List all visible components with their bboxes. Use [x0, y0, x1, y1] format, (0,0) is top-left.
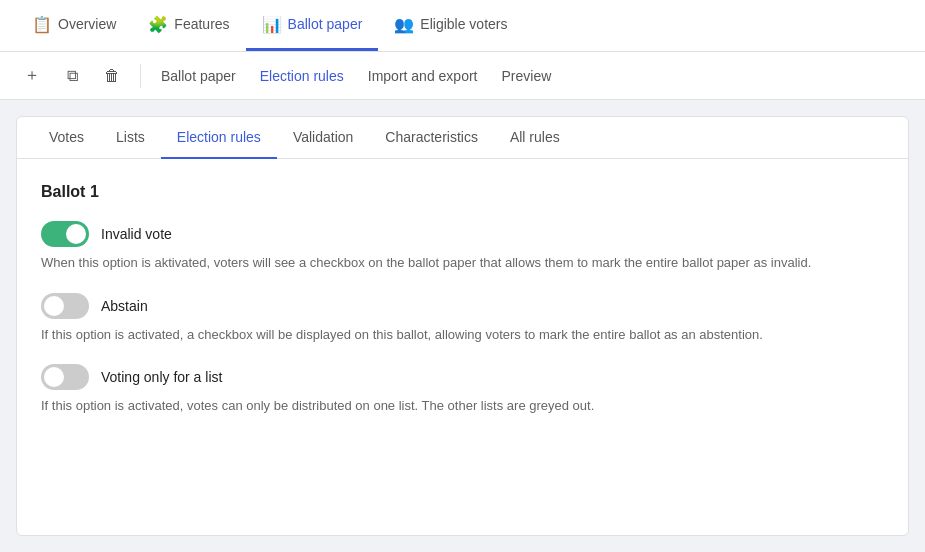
- tab-content: Ballot 1 Invalid vote When this option i…: [17, 159, 908, 529]
- option-voting-list-label: Voting only for a list: [101, 369, 222, 385]
- tab-all-rules[interactable]: All rules: [494, 117, 576, 159]
- nav-ballot-paper[interactable]: 📊 Ballot paper: [246, 0, 379, 51]
- tab-lists[interactable]: Lists: [100, 117, 161, 159]
- toolbar-election-rules[interactable]: Election rules: [252, 62, 352, 90]
- card: Votes Lists Election rules Validation Ch…: [16, 116, 909, 536]
- option-invalid-vote-label: Invalid vote: [101, 226, 172, 242]
- nav-overview[interactable]: 📋 Overview: [16, 0, 132, 51]
- overview-icon: 📋: [32, 15, 52, 34]
- option-voting-list: Voting only for a list If this option is…: [41, 364, 884, 416]
- section-title: Ballot 1: [41, 183, 884, 201]
- toolbar-divider: [140, 64, 141, 88]
- option-voting-list-header: Voting only for a list: [41, 364, 884, 390]
- toolbar-ballot-paper[interactable]: Ballot paper: [153, 62, 244, 90]
- option-invalid-vote: Invalid vote When this option is aktivat…: [41, 221, 884, 273]
- nav-eligible-voters[interactable]: 👥 Eligible voters: [378, 0, 523, 51]
- toggle-invalid-vote-slider: [41, 221, 89, 247]
- toggle-voting-list-slider: [41, 364, 89, 390]
- option-abstain: Abstain If this option is activated, a c…: [41, 293, 884, 345]
- tabs-bar: Votes Lists Election rules Validation Ch…: [17, 117, 908, 159]
- toggle-abstain[interactable]: [41, 293, 89, 319]
- option-voting-list-desc: If this option is activated, votes can o…: [41, 396, 884, 416]
- tab-validation[interactable]: Validation: [277, 117, 369, 159]
- ballot-paper-icon: 📊: [262, 15, 282, 34]
- option-invalid-vote-header: Invalid vote: [41, 221, 884, 247]
- option-abstain-header: Abstain: [41, 293, 884, 319]
- copy-button[interactable]: ⧉: [56, 60, 88, 92]
- option-invalid-vote-desc: When this option is aktivated, voters wi…: [41, 253, 884, 273]
- nav-ballot-paper-label: Ballot paper: [288, 16, 363, 32]
- nav-overview-label: Overview: [58, 16, 116, 32]
- add-button[interactable]: ＋: [16, 60, 48, 92]
- toggle-abstain-slider: [41, 293, 89, 319]
- main-content: Votes Lists Election rules Validation Ch…: [0, 100, 925, 552]
- tab-election-rules[interactable]: Election rules: [161, 117, 277, 159]
- toolbar-import-export[interactable]: Import and export: [360, 62, 486, 90]
- option-abstain-desc: If this option is activated, a checkbox …: [41, 325, 884, 345]
- eligible-voters-icon: 👥: [394, 15, 414, 34]
- tab-characteristics[interactable]: Characteristics: [369, 117, 494, 159]
- nav-eligible-voters-label: Eligible voters: [420, 16, 507, 32]
- option-abstain-label: Abstain: [101, 298, 148, 314]
- toolbar-preview[interactable]: Preview: [494, 62, 560, 90]
- toolbar: ＋ ⧉ 🗑 Ballot paper Election rules Import…: [0, 52, 925, 100]
- nav-features[interactable]: 🧩 Features: [132, 0, 245, 51]
- delete-button[interactable]: 🗑: [96, 60, 128, 92]
- features-icon: 🧩: [148, 15, 168, 34]
- top-nav: 📋 Overview 🧩 Features 📊 Ballot paper 👥 E…: [0, 0, 925, 52]
- toggle-invalid-vote[interactable]: [41, 221, 89, 247]
- toggle-voting-list[interactable]: [41, 364, 89, 390]
- nav-features-label: Features: [174, 16, 229, 32]
- tab-votes[interactable]: Votes: [33, 117, 100, 159]
